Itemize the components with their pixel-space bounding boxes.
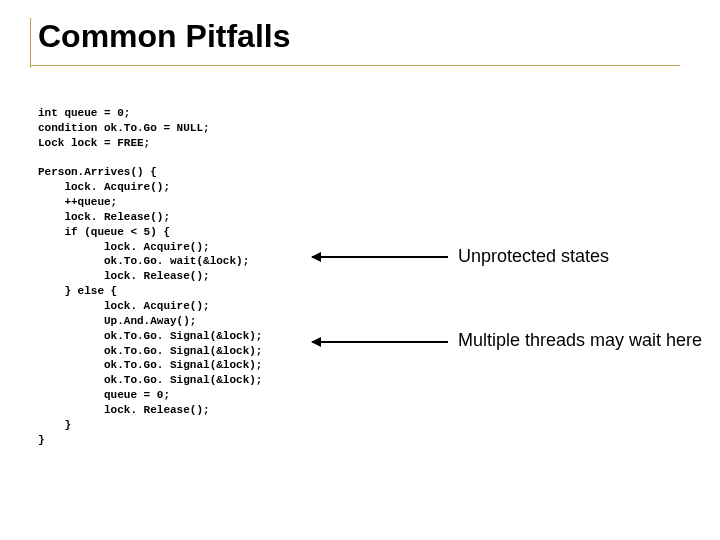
annotation-multiple-threads: Multiple threads may wait here [458,330,702,351]
arrow-unprotected-states [312,256,448,258]
arrow-multiple-threads [312,341,448,343]
code-block: int queue = 0; condition ok.To.Go = NULL… [38,106,720,447]
slide-title: Common Pitfalls [30,18,680,66]
annotation-unprotected-states: Unprotected states [458,246,609,267]
title-left-border [30,18,31,68]
